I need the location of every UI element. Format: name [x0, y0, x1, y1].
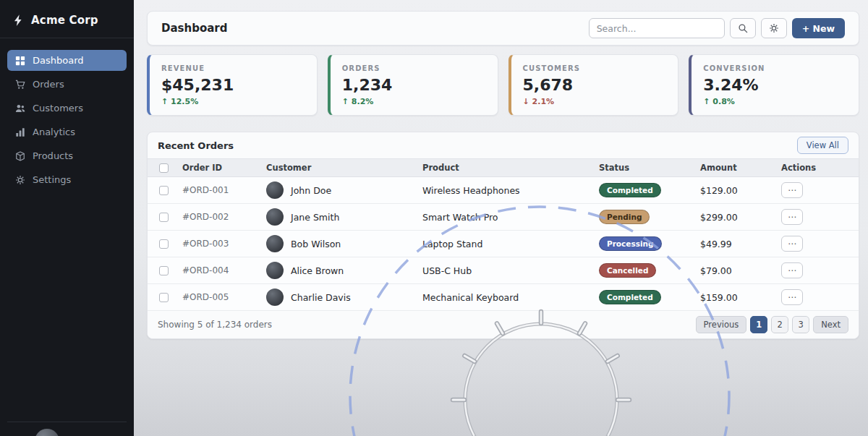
- search-button[interactable]: [730, 18, 756, 38]
- product-name: Mechanical Keyboard: [420, 292, 596, 303]
- table-row: #ORD-004 Alice Brown USB-C Hub Cancelled…: [148, 257, 859, 284]
- pagination-next[interactable]: Next: [813, 316, 848, 333]
- ellipsis-icon: ⋯: [788, 239, 796, 248]
- stat-trend: ↑ 12.5%: [161, 97, 305, 106]
- table-footer: Showing 5 of 1,234 orders Previous 1 2 3…: [148, 311, 859, 338]
- column-header-amount: Amount: [697, 163, 778, 173]
- grid-icon: [15, 56, 25, 66]
- orders-panel-header: Recent Orders View All: [148, 132, 859, 158]
- order-id: #ORD-005: [179, 292, 263, 302]
- sidebar-item-dashboard[interactable]: Dashboard: [7, 50, 127, 71]
- row-checkbox[interactable]: [159, 213, 169, 222]
- row-checkbox[interactable]: [159, 186, 169, 195]
- customer-name: Bob Wilson: [291, 239, 341, 249]
- pagination: Previous 1 2 3 Next: [696, 316, 848, 333]
- sidebar-item-customers[interactable]: Customers: [7, 98, 127, 119]
- search-icon: [738, 23, 748, 33]
- view-all-button[interactable]: View All: [797, 137, 848, 154]
- table-body: #ORD-001 John Doe Wireless Headphones Co…: [148, 177, 859, 311]
- status-badge: Completed: [599, 290, 661, 304]
- table-header: Order ID Customer Product Status Amount …: [148, 158, 859, 177]
- customer-avatar: [266, 235, 284, 252]
- ellipsis-icon: ⋯: [788, 213, 796, 221]
- ellipsis-icon: ⋯: [788, 293, 796, 302]
- ellipsis-icon: ⋯: [788, 186, 796, 195]
- stat-value: $45,231: [161, 76, 305, 94]
- product-name: Laptop Stand: [420, 239, 596, 249]
- sidebar-item-label: Customers: [33, 103, 83, 114]
- sidebar-item-products[interactable]: Products: [7, 145, 127, 166]
- topbar: Dashboard + New: [147, 11, 859, 46]
- customer-avatar: [266, 208, 284, 226]
- row-actions-button[interactable]: ⋯: [781, 289, 803, 305]
- order-amount: $159.00: [697, 292, 778, 303]
- new-button[interactable]: + New: [792, 18, 845, 38]
- gear-icon: [15, 175, 25, 185]
- column-header-status: Status: [596, 163, 697, 173]
- stat-card: REVENUE $45,231 ↑ 12.5%: [147, 54, 318, 116]
- stat-label: ORDERS: [342, 64, 486, 72]
- column-header-product: Product: [420, 163, 596, 173]
- order-amount: $49.99: [697, 239, 778, 249]
- row-checkbox[interactable]: [159, 293, 169, 302]
- sidebar-item-analytics[interactable]: Analytics: [7, 121, 127, 142]
- order-id: #ORD-004: [179, 265, 263, 275]
- column-header-actions: Actions: [778, 163, 859, 173]
- table-row: #ORD-001 John Doe Wireless Headphones Co…: [148, 177, 859, 204]
- pagination-previous[interactable]: Previous: [696, 316, 747, 333]
- app-logo-text: Acme Corp: [31, 14, 98, 27]
- pagination-1[interactable]: 1: [750, 316, 767, 333]
- search-input[interactable]: [589, 18, 725, 38]
- product-name: Wireless Headphones: [420, 185, 596, 196]
- select-all-checkbox[interactable]: [159, 163, 169, 173]
- main-content: Dashboard + New REVENUE $45,231 ↑ 12.5% …: [134, 0, 868, 436]
- order-amount: $299.00: [697, 212, 778, 223]
- sidebar-item-label: Orders: [33, 79, 64, 90]
- customer-avatar: [266, 288, 284, 306]
- stat-trend: ↓ 2.1%: [523, 97, 667, 106]
- pagination-2[interactable]: 2: [771, 316, 788, 333]
- stat-trend: ↑ 0.8%: [703, 97, 847, 106]
- ellipsis-icon: ⋯: [788, 266, 796, 275]
- product-name: USB-C Hub: [420, 265, 596, 276]
- order-amount: $129.00: [697, 185, 778, 196]
- orders-panel-title: Recent Orders: [158, 140, 234, 151]
- stat-label: REVENUE: [161, 64, 305, 72]
- sidebar-item-label: Settings: [33, 174, 71, 185]
- sidebar-item-label: Analytics: [33, 127, 75, 137]
- stat-value: 1,234: [342, 76, 486, 94]
- status-badge: Cancelled: [599, 263, 656, 278]
- row-actions-button[interactable]: ⋯: [781, 182, 803, 198]
- row-actions-button[interactable]: ⋯: [781, 209, 803, 225]
- settings-button[interactable]: [761, 18, 787, 38]
- customer-name: Jane Smith: [291, 212, 339, 223]
- stat-value: 5,678: [523, 76, 667, 94]
- user-avatar[interactable]: [35, 429, 59, 436]
- pagination-3[interactable]: 3: [792, 316, 809, 333]
- sidebar-item-label: Products: [33, 150, 73, 161]
- page-title: Dashboard: [161, 22, 227, 35]
- order-id: #ORD-002: [179, 212, 263, 222]
- row-actions-button[interactable]: ⋯: [781, 262, 803, 278]
- chart-icon: [15, 127, 25, 137]
- stat-label: CUSTOMERS: [523, 64, 667, 72]
- stat-card: ORDERS 1,234 ↑ 8.2%: [328, 54, 498, 116]
- sidebar-nav: Dashboard Orders Customers Analytics Pro…: [0, 50, 134, 190]
- topbar-controls: + New: [589, 18, 845, 38]
- order-id: #ORD-003: [179, 239, 263, 249]
- sidebar-item-orders[interactable]: Orders: [7, 74, 127, 95]
- row-actions-button[interactable]: ⋯: [781, 236, 803, 252]
- stat-card: CUSTOMERS 5,678 ↓ 2.1%: [509, 54, 679, 116]
- table-row: #ORD-003 Bob Wilson Laptop Stand Process…: [148, 231, 859, 257]
- box-icon: [15, 151, 25, 161]
- table-row: #ORD-002 Jane Smith Smart Watch Pro Pend…: [148, 204, 859, 231]
- row-checkbox[interactable]: [159, 266, 169, 275]
- order-id: #ORD-001: [179, 185, 263, 195]
- results-count: Showing 5 of 1,234 orders: [158, 320, 272, 330]
- row-checkbox[interactable]: [159, 239, 169, 249]
- table-row: #ORD-005 Charlie Davis Mechanical Keyboa…: [148, 284, 859, 311]
- column-header-customer: Customer: [263, 163, 420, 173]
- column-header-order-id: Order ID: [179, 163, 263, 173]
- sidebar-item-settings[interactable]: Settings: [7, 169, 127, 190]
- order-amount: $79.00: [697, 265, 778, 276]
